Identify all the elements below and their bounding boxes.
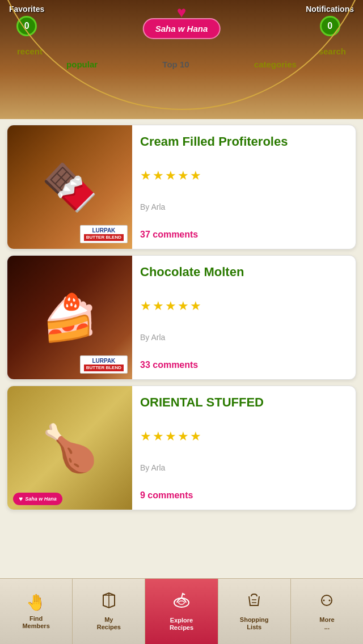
recipe-stars-cream-filled: ★ ★ ★ ★ ★: [140, 168, 348, 183]
recipe-comments-oriental-stuffed[interactable]: 9 comments: [140, 490, 348, 501]
shopping-lists-icon: [246, 592, 263, 613]
recipe-stars-oriental-stuffed: ★ ★ ★ ★ ★: [140, 429, 348, 444]
find-members-icon: 🤚: [26, 593, 46, 612]
tab-shopping-lists[interactable]: Shopping Lists: [218, 579, 291, 644]
recipe-card-oriental-stuffed[interactable]: 🍗 ♥ Saha w Hana ORIENTAL STUFFED ★ ★ ★ ★…: [7, 385, 356, 510]
tab-bar: 🤚 Find Members My Recipes Explore Recipe…: [0, 578, 363, 644]
tab-more[interactable]: More ...: [291, 579, 363, 644]
svg-point-6: [329, 599, 331, 601]
recipe-comments-cream-filled[interactable]: 37 comments: [140, 230, 348, 240]
tab-my-recipes[interactable]: My Recipes: [73, 579, 145, 644]
watermark-oriental: ♥ Saha w Hana: [13, 493, 62, 505]
app-header: Favorites 0 ♥ Saha w Hana Notifications …: [0, 0, 363, 119]
recipe-author-oriental-stuffed: By Arla: [140, 463, 348, 472]
recipe-author-chocolate-molten: By Arla: [140, 333, 348, 342]
lurpak-badge-1: LURPAK BUTTER BLEND: [80, 225, 128, 243]
explore-recipes-icon: [172, 591, 191, 613]
my-recipes-icon: [100, 592, 117, 613]
recipes-list: 🍫 LURPAK BUTTER BLEND Cream Filled Profi…: [0, 119, 363, 578]
recipe-card-chocolate-molten[interactable]: 🍰 LURPAK BUTTER BLEND Chocolate Molten ★…: [7, 255, 356, 380]
more-icon: [318, 592, 335, 613]
recipe-title-chocolate-molten: Chocolate Molten: [140, 265, 348, 279]
arc-border: [0, 0, 363, 110]
tab-more-label: More ...: [319, 616, 334, 631]
recipe-title-cream-filled: Cream Filled Profiteroles: [140, 134, 348, 149]
recipe-author-cream-filled: By Arla: [140, 202, 348, 211]
tab-explore-recipes-label: Explore Recipes: [170, 617, 193, 632]
recipe-title-oriental-stuffed: ORIENTAL STUFFED: [140, 395, 348, 410]
recipe-stars-chocolate-molten: ★ ★ ★ ★ ★: [140, 299, 348, 313]
lurpak-badge-2: LURPAK BUTTER BLEND: [80, 355, 128, 374]
svg-point-0: [174, 598, 189, 607]
recipe-info-oriental-stuffed: ORIENTAL STUFFED ★ ★ ★ ★ ★ By Arla 9 com…: [132, 386, 356, 510]
recipe-info-chocolate-molten: Chocolate Molten ★ ★ ★ ★ ★ By Arla 33 co…: [132, 256, 356, 379]
tab-shopping-lists-label: Shopping Lists: [240, 616, 269, 631]
tab-find-members[interactable]: 🤚 Find Members: [0, 579, 73, 644]
tab-explore-recipes[interactable]: Explore Recipes: [145, 579, 218, 644]
nav-recent[interactable]: recent: [17, 46, 43, 56]
tab-my-recipes-label: My Recipes: [97, 616, 121, 631]
recipe-image-cream-filled: 🍫 LURPAK BUTTER BLEND: [7, 125, 132, 249]
tab-find-members-label: Find Members: [22, 615, 49, 630]
svg-point-1: [179, 601, 184, 604]
recipe-image-chocolate-molten: 🍰 LURPAK BUTTER BLEND: [7, 256, 132, 380]
nav-arc: recent search popular Top 10 categories: [0, 42, 363, 93]
recipe-comments-chocolate-molten[interactable]: 33 comments: [140, 360, 348, 370]
recipe-card-cream-filled[interactable]: 🍫 LURPAK BUTTER BLEND Cream Filled Profi…: [7, 125, 356, 249]
svg-point-5: [323, 599, 325, 601]
recipe-info-cream-filled: Cream Filled Profiteroles ★ ★ ★ ★ ★ By A…: [132, 125, 356, 249]
recipe-image-oriental-stuffed: 🍗 ♥ Saha w Hana: [7, 386, 132, 510]
